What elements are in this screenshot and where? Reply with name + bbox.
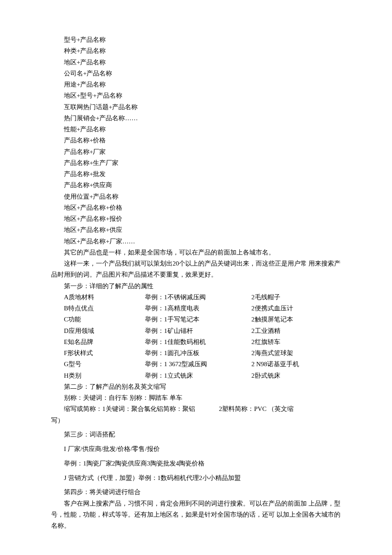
attr-example2: 2 N98诺基亚手机 [251,358,341,370]
attr-example1: 举例：1不锈钢减压阀 [145,292,251,303]
attr-name: B特点优点 [64,303,145,314]
table-row: B特点优点 举例：1高精度电表 2便携式血压计 [51,303,341,314]
table-row: A质地材料 举例：1不锈钢减压阀 2毛线帽子 [51,292,341,303]
attr-example2: 2海燕式篮球架 [251,347,341,358]
pattern-item: 热门展销会+产品名称…… [51,113,341,124]
pattern-item: 产品名称+批发 [51,168,341,179]
attr-example2: 2便携式血压计 [251,303,341,314]
attr-example2: 2红旗轿车 [251,336,341,347]
attr-example1: 举例：1 3672型减压阀 [145,358,251,370]
pattern-item: 互联网热门话题+产品名称 [51,101,341,113]
attr-example1: 举例：1矿山锚杆 [145,325,251,336]
step2-title: 第二步：了解产品的别名及英文缩写 [51,381,341,392]
attr-example2: 2卧式铣床 [251,370,341,381]
step3-line2: 举例：1陶瓷厂家2陶瓷供应商3陶瓷批发4陶瓷价格 [51,458,341,469]
attr-example1: 举例：1圆孔冲压板 [145,347,251,358]
step1-title: 第一步：详细的了解产品的属性 [51,280,341,292]
step4-paragraph: 客户在网上搜索产品，习惯不同，肯定会用到不同的词进行搜索。可以在产品的前面加 上… [51,498,341,532]
attr-example2: 2毛线帽子 [251,292,341,303]
attr-example1: 举例：1佳能数码相机 [145,336,251,347]
pattern-item: 地区+型号+产品名称 [51,90,341,101]
attr-example1: 举例：1手写笔记本 [145,314,251,325]
pattern-item: 性能+产品名称 [51,124,341,135]
pattern-item: 地区+产品名称+报价 [51,213,341,224]
step3-line3: J 营销方式（代理，加盟）举例：1数码相机代理2小小精品加盟 [51,472,341,483]
table-row: G型号 举例：1 3672型减压阀 2 N98诺基亚手机 [51,358,341,370]
pattern-item: 地区+产品名称+厂家…… [51,236,341,247]
attr-example2: 2触摸屏笔记本 [251,314,341,325]
attr-name: A质地材料 [64,292,145,303]
step2-abbrev-b: 2塑料简称：PVC （英文缩 [202,403,294,414]
pattern-item: 使用位置+产品名称 [51,191,341,202]
pattern-item: 产品名称+厂家 [51,146,341,157]
attr-name: H类别 [64,370,145,381]
step2-abbrev: 缩写或简称：1关键词：聚合氯化铝简称：聚铝 2塑料简称：PVC （英文缩 [51,403,341,414]
attribute-table: A质地材料 举例：1不锈钢减压阀 2毛线帽子 B特点优点 举例：1高精度电表 2… [51,292,341,381]
step2-abbrev-cont: 写） [51,415,341,426]
table-row: C功能 举例：1手写笔记本 2触摸屏笔记本 [51,314,341,325]
attr-example2: 2工业酒精 [251,325,341,336]
step3-title: 第三步：词语搭配 [51,429,341,440]
pattern-list: 型号+产品名称 种类+产品名称 地区+产品名称 公司名+产品名称 用途+产品名称… [51,34,341,247]
pattern-item: 种类+产品名称 [51,45,341,56]
pattern-item: 地区+产品名称+供应 [51,224,341,235]
table-row: H类别 举例：1立式铣床 2卧式铣床 [51,370,341,381]
attr-example1: 举例：1立式铣床 [145,370,251,381]
attr-name: D应用领域 [64,325,145,336]
attr-name: G型号 [64,358,145,370]
paragraph-conclusion: 这样一来，一个产品我们就可以策划出20个以上的产品关键词出来，而这些正是用户常 … [51,258,341,280]
pattern-item: 地区+产品名称 [51,57,341,68]
table-row: F形状样式 举例：1圆孔冲压板 2海燕式篮球架 [51,347,341,358]
table-row: E知名品牌 举例：1佳能数码相机 2红旗轿车 [51,336,341,347]
pattern-item: 公司名+产品名称 [51,68,341,79]
pattern-item: 地区+产品名称+价格 [51,202,341,213]
step4-title: 第四步：将关键词进行组合 [51,486,341,497]
attr-name: F形状样式 [64,347,145,358]
table-row: D应用领域 举例：1矿山锚杆 2工业酒精 [51,325,341,336]
attr-name: C功能 [64,314,145,325]
step2-alias: 别称：关键词：自行车 别称：脚踏车 单车 [51,392,341,403]
attr-name: E知名品牌 [64,336,145,347]
step3-line1: I 厂家/供应商/批发/价格/零售/报价 [51,443,341,454]
pattern-item: 产品名称+生产厂家 [51,157,341,168]
pattern-item: 用途+产品名称 [51,79,341,90]
pattern-item: 型号+产品名称 [51,34,341,45]
paragraph-other-products: 其它的产品也是一样，如果是全国市场，可以在产品的前面加上各城市名。 [51,247,341,258]
attr-example1: 举例：1高精度电表 [145,303,251,314]
step2-abbrev-a: 缩写或简称：1关键词：聚合氯化铝简称：聚铝 [64,403,200,414]
pattern-item: 产品名称+供应商 [51,179,341,191]
pattern-item: 产品名称+价格 [51,135,341,146]
